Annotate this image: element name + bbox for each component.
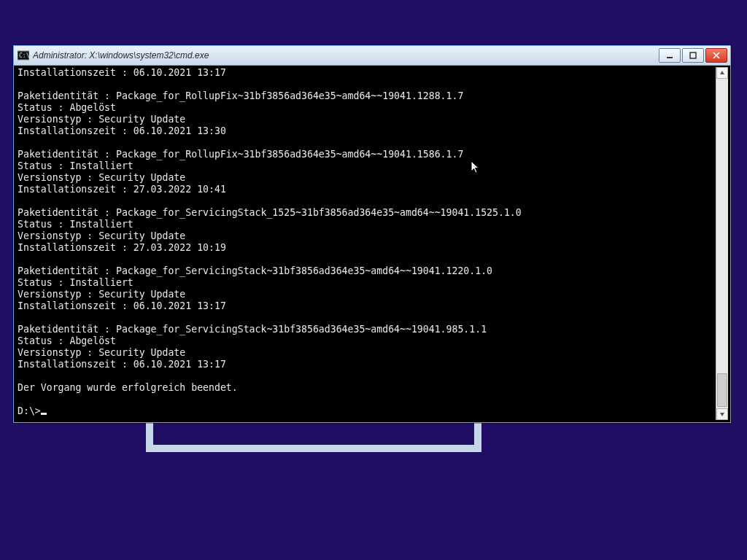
output-line: Installationszeit : 06.10.2021 13:30 [18, 125, 226, 136]
vertical-scrollbar[interactable] [716, 67, 728, 420]
output-line: Versionstyp : Security Update [18, 347, 185, 358]
text-caret [41, 413, 47, 415]
output-line: Paketidentität : Package_for_ServicingSt… [18, 324, 487, 335]
output-line: Paketidentität : Package_for_RollupFix~3… [18, 90, 463, 101]
close-button[interactable] [705, 48, 727, 63]
window-buttons [659, 48, 727, 63]
client-area: Installationszeit : 06.10.2021 13:17 Pak… [16, 67, 728, 420]
output-line: Installationszeit : 06.10.2021 13:17 [18, 67, 226, 78]
window-title: Administrator: X:\windows\system32\cmd.e… [33, 50, 209, 61]
scroll-thumb[interactable] [717, 373, 727, 407]
output-line: Status : Installiert [18, 277, 133, 288]
desktop: C:\ Administrator: X:\windows\system32\c… [0, 0, 747, 560]
svg-rect-3 [690, 52, 696, 58]
output-line: Versionstyp : Security Update [18, 230, 185, 241]
output-line: Paketidentität : Package_for_ServicingSt… [18, 265, 492, 276]
output-line: Status : Installiert [18, 219, 133, 230]
cmd-icon: C:\ [18, 50, 29, 61]
output-line: Status : Abgelöst [18, 102, 116, 113]
output-line: Installationszeit : 27.03.2022 10:41 [18, 184, 226, 195]
output-line: Versionstyp : Security Update [18, 172, 185, 183]
output-line: Versionstyp : Security Update [18, 114, 185, 125]
output-line: Installationszeit : 06.10.2021 13:17 [18, 300, 226, 311]
prompt: D:\> [18, 405, 41, 416]
output-line: Installationszeit : 06.10.2021 13:17 [18, 359, 226, 370]
titlebar[interactable]: C:\ Administrator: X:\windows\system32\c… [14, 46, 730, 66]
output-line: Der Vorgang wurde erfolgreich beendet. [18, 382, 238, 393]
svg-rect-2 [667, 57, 673, 58]
minimize-button[interactable] [659, 48, 681, 63]
svg-text:C:\: C:\ [19, 52, 29, 59]
output-line: Paketidentität : Package_for_ServicingSt… [18, 207, 522, 218]
maximize-button[interactable] [682, 48, 704, 63]
terminal-output[interactable]: Installationszeit : 06.10.2021 13:17 Pak… [16, 67, 716, 420]
scroll-down-button[interactable] [716, 408, 728, 420]
output-line: Installationszeit : 27.03.2022 10:19 [18, 242, 226, 253]
output-line: Paketidentität : Package_for_RollupFix~3… [18, 149, 463, 160]
output-line: Status : Installiert [18, 160, 133, 171]
cmd-window: C:\ Administrator: X:\windows\system32\c… [13, 45, 731, 423]
output-line: Status : Abgelöst [18, 335, 116, 346]
scroll-up-button[interactable] [716, 67, 728, 79]
output-line: Versionstyp : Security Update [18, 289, 185, 300]
